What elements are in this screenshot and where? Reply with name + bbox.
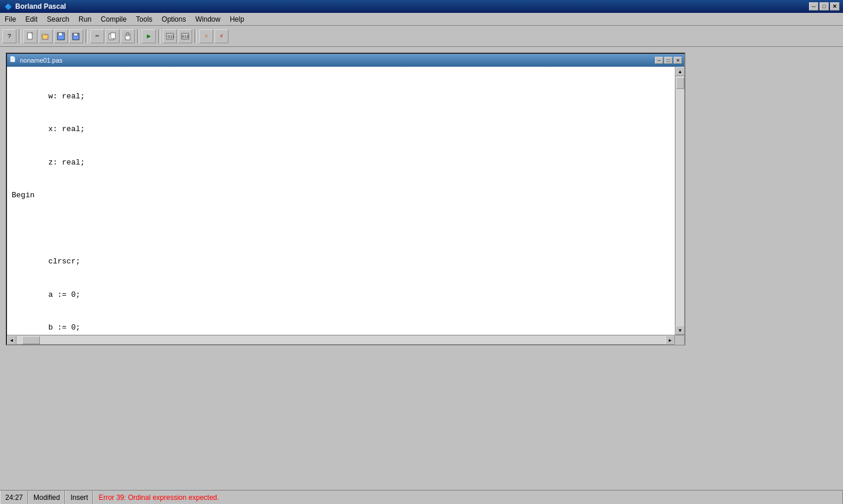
menu-tools[interactable]: Tools xyxy=(131,13,157,25)
svg-rect-0 xyxy=(28,33,32,39)
hscroll-track[interactable] xyxy=(16,335,665,344)
make-toolbar-btn[interactable]: 010 xyxy=(178,29,192,43)
code-line-5 xyxy=(12,224,670,235)
code-line-3: z: real; xyxy=(12,157,670,169)
editor-icon: 📄 xyxy=(9,56,18,64)
scroll-down-btn[interactable]: ▼ xyxy=(675,325,684,335)
editor-title-controls: ─ □ ✕ xyxy=(655,57,682,64)
code-line-6: clrscr; xyxy=(12,256,670,268)
close-button[interactable]: ✕ xyxy=(830,2,839,11)
toolbar: ? ✂ ▶ 010 010 ⚡ ⚡ xyxy=(0,26,843,47)
toolbar-sep4 xyxy=(158,29,161,43)
menu-edit[interactable]: Edit xyxy=(21,13,42,25)
code-editor[interactable]: w: real; x: real; z: real; Begin clrscr;… xyxy=(7,67,675,335)
scroll-right-btn[interactable]: ► xyxy=(665,335,675,345)
step-over-btn[interactable]: ⚡ xyxy=(199,29,213,43)
menu-file[interactable]: File xyxy=(0,13,21,25)
editor-minimize-btn[interactable]: ─ xyxy=(655,57,663,64)
scroll-up-btn[interactable]: ▲ xyxy=(675,67,684,76)
new-toolbar-btn[interactable] xyxy=(23,29,37,43)
menu-compile[interactable]: Compile xyxy=(96,13,131,25)
toolbar-sep2 xyxy=(86,29,88,43)
scroll-track[interactable] xyxy=(675,76,684,325)
copy-toolbar-btn[interactable] xyxy=(105,29,120,43)
menu-help[interactable]: Help xyxy=(225,13,249,25)
editor-window: 📄 noname01.pas ─ □ ✕ w: real; x: real; z… xyxy=(6,53,685,345)
horizontal-scrollbar[interactable]: ◄ ► xyxy=(7,335,675,344)
maximize-button[interactable]: □ xyxy=(820,2,829,11)
scroll-corner xyxy=(675,335,684,345)
toolbar-sep5 xyxy=(194,29,197,43)
save-toolbar-btn[interactable] xyxy=(54,29,68,43)
menu-run[interactable]: Run xyxy=(74,13,96,25)
svg-rect-8 xyxy=(111,33,115,39)
svg-text:010: 010 xyxy=(182,35,189,39)
trace-into-btn[interactable]: ⚡ xyxy=(214,29,228,43)
svg-text:010: 010 xyxy=(168,35,174,39)
code-line-7: a := 0; xyxy=(12,290,670,301)
menu-window[interactable]: Window xyxy=(190,13,225,25)
error-message: Error 39: Ordinal expression expected. xyxy=(93,491,843,504)
vertical-scrollbar[interactable]: ▲ ▼ xyxy=(675,67,684,335)
modified-status: Modified xyxy=(28,491,65,504)
code-line-1: w: real; xyxy=(12,91,670,102)
svg-rect-2 xyxy=(42,34,45,35)
app-title: Borland Pascal xyxy=(15,2,809,11)
cut-toolbar-btn[interactable]: ✂ xyxy=(90,29,104,43)
svg-rect-6 xyxy=(74,33,77,36)
help-toolbar-btn[interactable]: ? xyxy=(2,29,16,43)
toolbar-sep1 xyxy=(19,29,21,43)
content-area: 📄 noname01.pas ─ □ ✕ w: real; x: real; z… xyxy=(0,47,843,490)
code-line-4: Begin xyxy=(12,190,670,201)
status-bar: 24:27 Modified Insert Error 39: Ordinal … xyxy=(0,490,843,504)
title-bar-controls: ─ □ ✕ xyxy=(809,2,839,11)
app-icon: 🔷 xyxy=(4,2,13,11)
title-bar: 🔷 Borland Pascal ─ □ ✕ xyxy=(0,0,843,13)
svg-rect-10 xyxy=(127,33,129,36)
paste-toolbar-btn[interactable] xyxy=(121,29,135,43)
code-container: w: real; x: real; z: real; Begin clrscr;… xyxy=(7,67,684,335)
toolbar-sep3 xyxy=(137,29,139,43)
menu-options[interactable]: Options xyxy=(157,13,190,25)
insert-mode: Insert xyxy=(65,491,93,504)
editor-title: noname01.pas xyxy=(20,57,655,64)
editor-close-btn[interactable]: ✕ xyxy=(674,57,682,64)
editor-maximize-btn[interactable]: □ xyxy=(664,57,673,64)
scroll-left-btn[interactable]: ◄ xyxy=(7,335,16,345)
menu-bar: File Edit Search Run Compile Tools Optio… xyxy=(0,13,843,26)
menu-search[interactable]: Search xyxy=(42,13,74,25)
hscroll-thumb[interactable] xyxy=(22,336,40,344)
minimize-button[interactable]: ─ xyxy=(809,2,818,11)
compile-toolbar-btn[interactable]: 010 xyxy=(163,29,177,43)
save-all-btn[interactable] xyxy=(69,29,83,43)
hscroll-row: ◄ ► xyxy=(7,335,684,344)
code-line-2: x: real; xyxy=(12,124,670,135)
open-toolbar-btn[interactable] xyxy=(39,29,53,43)
run-toolbar-btn[interactable]: ▶ xyxy=(142,29,156,43)
code-scroll-area[interactable]: w: real; x: real; z: real; Begin clrscr;… xyxy=(7,67,675,335)
svg-rect-4 xyxy=(59,33,62,36)
scroll-thumb[interactable] xyxy=(676,77,684,89)
code-line-8: b := 0; xyxy=(12,323,670,334)
editor-title-bar: 📄 noname01.pas ─ □ ✕ xyxy=(7,54,684,67)
cursor-position: 24:27 xyxy=(0,491,28,504)
